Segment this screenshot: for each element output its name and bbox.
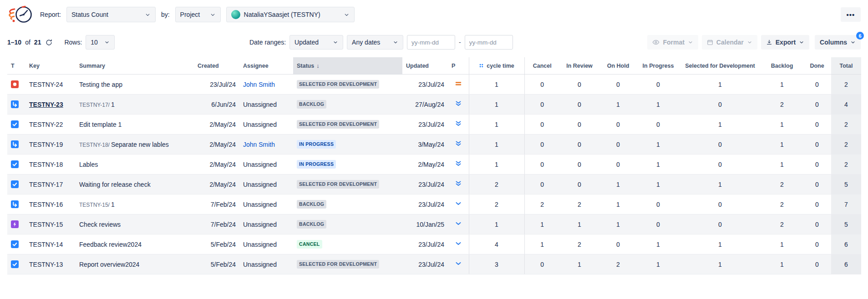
table-body: TESTNY-24Testing the app23/Jul/24John Sm… [7,75,861,274]
project-select[interactable]: NataliaYSaasjet (TESTNY) [226,7,355,22]
issue-summary: Report overview2024 [76,254,194,274]
column-header-done[interactable]: Done [803,57,831,75]
priority-lowest-icon [455,180,462,187]
column-label: Summary [79,63,105,69]
status-count-cancel: 0 [524,174,560,194]
eye-icon [652,39,660,46]
date-from-input[interactable] [407,35,455,50]
issue-summary: TESTNY-17/1 [76,95,194,115]
created-date: 2/May/24 [194,135,239,154]
format-label: Format [663,39,684,46]
status-count-cancel: 0 [524,154,560,174]
date-preset-value: Any dates [352,39,380,46]
status-badge: SELECTED FOR DEVELOPMENT [297,80,379,89]
status-count-selected_for_development: 1 [679,234,761,254]
assignee-cell: Unassigned [239,254,293,274]
date-field-select[interactable]: Updated [289,35,343,50]
column-label: Created [198,63,219,69]
report-type-select[interactable]: Status Count [66,7,156,22]
assignee-cell[interactable]: John Smith [239,135,293,154]
priority-low-icon [455,240,462,247]
updated-date: 23/Jul/24 [402,254,448,274]
total-value: 5 [831,214,861,234]
issue-key[interactable]: TESTNY-13 [25,254,76,274]
column-header-in_progress[interactable]: In Progress [637,57,679,75]
created-date: 6/Jun/24 [194,95,239,115]
table-row: TESTNY-17Waiting for release check2/May/… [7,174,861,194]
column-header-assignee[interactable]: Assignee [239,57,293,75]
column-header-summary[interactable]: Summary [76,57,194,75]
column-header-total[interactable]: Total [831,57,861,75]
table-row: TESTNY-22Edit template 12/May/24Unassign… [7,115,861,135]
priority-low-icon [455,220,462,227]
columns-button[interactable]: Columns 6 [815,35,861,50]
status-count-in_progress: 0 [637,115,679,135]
issue-key[interactable]: TESTNY-16 [25,194,76,214]
status-count-done: 0 [803,135,831,154]
app-header: Report: Status Count by: Project Natalia… [0,0,868,29]
calendar-button: Calendar [702,35,757,50]
issue-key[interactable]: TESTNY-14 [25,234,76,254]
refresh-icon[interactable] [46,39,52,46]
issue-key[interactable]: TESTNY-23 [25,95,76,115]
total-value: 4 [831,95,861,115]
chevron-down-icon [688,40,693,45]
chevron-down-icon [344,12,350,18]
issue-key[interactable]: TESTNY-18 [25,154,76,174]
status-count-on_hold: 0 [599,154,637,174]
status-badge: BACKLOG [297,100,326,109]
date-ranges-label: Date ranges: [249,39,286,46]
status-count-backlog: 1 [761,115,803,135]
issue-type-task-icon [11,120,19,128]
column-header-type[interactable]: T [7,57,25,75]
status-badge: SELECTED FOR DEVELOPMENT [297,260,379,269]
date-to-input[interactable] [465,35,513,50]
issue-summary: Feedback review2024 [76,234,194,254]
status-cell: SELECTED FOR DEVELOPMENT [293,75,402,95]
column-header-status[interactable]: Status↓ [293,57,402,75]
status-count-on_hold: 1 [599,194,637,214]
table-row: TESTNY-13Report overview20245/Feb/24Unas… [7,254,861,274]
cycle-time-value: 1 [469,135,524,154]
issue-key[interactable]: TESTNY-17 [25,174,76,194]
status-count-on_hold: 1 [599,95,637,115]
priority-cell [448,75,469,95]
status-count-done: 0 [803,214,831,234]
export-button[interactable]: Export [761,35,809,50]
report-label: Report: [40,11,61,18]
rows-per-page-select[interactable]: 10 [86,35,115,50]
date-preset-select[interactable]: Any dates [347,35,403,50]
column-header-selected_for_development[interactable]: Selected for Development [679,57,761,75]
column-header-on_hold[interactable]: On Hold [599,57,637,75]
drag-handle-icon[interactable] [479,63,484,68]
column-header-cancel[interactable]: Cancel [524,57,560,75]
status-badge: BACKLOG [297,220,326,229]
assignee-cell[interactable]: John Smith [239,75,293,95]
issue-key[interactable]: TESTNY-15 [25,214,76,234]
column-header-backlog[interactable]: Backlog [761,57,803,75]
issue-key[interactable]: TESTNY-24 [25,75,76,95]
issue-type-cell [7,214,25,234]
column-header-priority[interactable]: P [448,57,469,75]
status-count-on_hold: 1 [599,214,637,234]
created-date: 7/Feb/24 [194,194,239,214]
status-cell: SELECTED FOR DEVELOPMENT [293,254,402,274]
issue-key[interactable]: TESTNY-19 [25,135,76,154]
column-header-updated[interactable]: Updated [402,57,448,75]
column-header-created[interactable]: Created [194,57,239,75]
columns-label: Columns [820,39,847,46]
issue-type-task-icon [11,180,19,188]
column-header-in_review[interactable]: In Review [560,57,599,75]
issue-key[interactable]: TESTNY-22 [25,115,76,135]
column-header-cycle_time[interactable]: cycle time [469,57,524,75]
column-label: In Review [566,63,593,69]
status-count-backlog: 2 [761,214,803,234]
column-header-key[interactable]: Key [25,57,76,75]
created-date: 5/Feb/24 [194,234,239,254]
status-count-backlog: 2 [761,174,803,194]
issue-summary: Edit template 1 [76,115,194,135]
columns-count-badge: 6 [856,32,864,40]
group-by-select[interactable]: Project [175,7,221,22]
more-menu-button[interactable]: ••• [841,7,861,22]
column-label: cycle time [487,63,514,69]
